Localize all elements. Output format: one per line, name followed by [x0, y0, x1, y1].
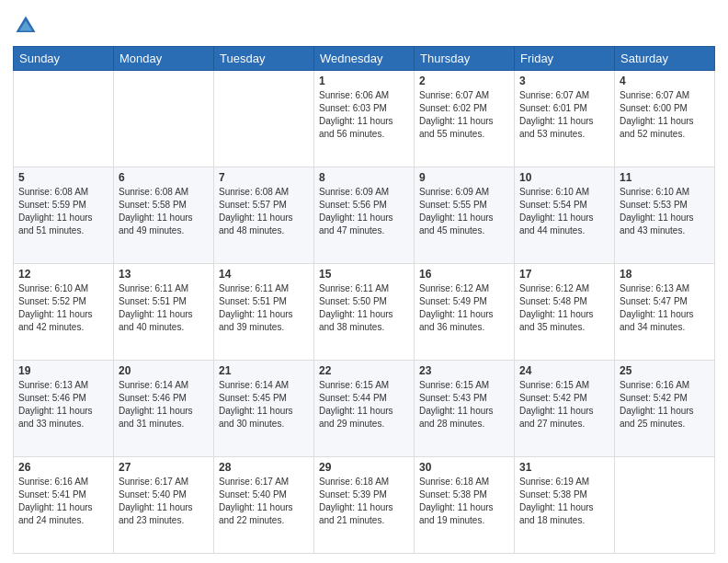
day-cell: 28Sunrise: 6:17 AM Sunset: 5:40 PM Dayli… [214, 457, 314, 554]
logo [13, 13, 42, 39]
day-info: Sunrise: 6:08 AM Sunset: 5:58 PM Dayligh… [119, 186, 209, 237]
calendar-table: SundayMondayTuesdayWednesdayThursdayFrid… [13, 46, 715, 554]
day-info: Sunrise: 6:15 AM Sunset: 5:43 PM Dayligh… [419, 379, 509, 431]
week-row-5: 26Sunrise: 6:16 AM Sunset: 5:41 PM Dayli… [14, 457, 715, 554]
day-number: 5 [18, 171, 108, 184]
day-info: Sunrise: 6:17 AM Sunset: 5:40 PM Dayligh… [219, 476, 309, 527]
day-info: Sunrise: 6:16 AM Sunset: 5:41 PM Dayligh… [18, 476, 108, 527]
day-info: Sunrise: 6:17 AM Sunset: 5:40 PM Dayligh… [119, 476, 209, 527]
week-row-3: 12Sunrise: 6:10 AM Sunset: 5:52 PM Dayli… [14, 264, 715, 361]
day-info: Sunrise: 6:18 AM Sunset: 5:38 PM Dayligh… [419, 476, 509, 527]
day-number: 13 [119, 268, 209, 281]
day-number: 6 [119, 171, 209, 184]
day-info: Sunrise: 6:16 AM Sunset: 5:42 PM Dayligh… [620, 379, 710, 431]
day-cell [615, 457, 715, 554]
weekday-header-row: SundayMondayTuesdayWednesdayThursdayFrid… [14, 47, 715, 71]
day-info: Sunrise: 6:06 AM Sunset: 6:03 PM Dayligh… [319, 89, 409, 141]
day-number: 2 [419, 75, 509, 87]
page: SundayMondayTuesdayWednesdayThursdayFrid… [0, 0, 728, 563]
day-cell: 9Sunrise: 6:09 AM Sunset: 5:55 PM Daylig… [415, 167, 515, 264]
week-row-1: 1Sunrise: 6:06 AM Sunset: 6:03 PM Daylig… [14, 71, 715, 167]
day-number: 21 [219, 364, 309, 377]
day-number: 11 [620, 171, 710, 184]
day-info: Sunrise: 6:11 AM Sunset: 5:50 PM Dayligh… [319, 282, 409, 334]
day-cell [214, 71, 314, 167]
day-cell: 17Sunrise: 6:12 AM Sunset: 5:48 PM Dayli… [515, 264, 615, 361]
day-number: 8 [319, 171, 409, 184]
day-cell: 20Sunrise: 6:14 AM Sunset: 5:46 PM Dayli… [114, 361, 214, 457]
logo-icon [13, 13, 39, 39]
day-cell: 27Sunrise: 6:17 AM Sunset: 5:40 PM Dayli… [114, 457, 214, 554]
week-row-2: 5Sunrise: 6:08 AM Sunset: 5:59 PM Daylig… [14, 167, 715, 264]
day-cell: 3Sunrise: 6:07 AM Sunset: 6:01 PM Daylig… [515, 71, 615, 167]
weekday-header-wednesday: Wednesday [314, 47, 415, 71]
day-cell: 8Sunrise: 6:09 AM Sunset: 5:56 PM Daylig… [314, 167, 415, 264]
day-number: 10 [519, 171, 609, 184]
day-cell: 24Sunrise: 6:15 AM Sunset: 5:42 PM Dayli… [515, 361, 615, 457]
day-cell [14, 71, 114, 167]
day-info: Sunrise: 6:10 AM Sunset: 5:52 PM Dayligh… [18, 282, 108, 334]
day-number: 9 [419, 171, 509, 184]
day-cell: 15Sunrise: 6:11 AM Sunset: 5:50 PM Dayli… [314, 264, 415, 361]
day-number: 23 [419, 364, 509, 377]
day-info: Sunrise: 6:10 AM Sunset: 5:54 PM Dayligh… [519, 186, 609, 237]
header [13, 9, 715, 39]
day-info: Sunrise: 6:07 AM Sunset: 6:02 PM Dayligh… [419, 89, 509, 141]
day-cell: 12Sunrise: 6:10 AM Sunset: 5:52 PM Dayli… [14, 264, 114, 361]
day-number: 24 [519, 364, 609, 377]
day-number: 14 [219, 268, 309, 281]
day-info: Sunrise: 6:14 AM Sunset: 5:45 PM Dayligh… [219, 379, 309, 431]
weekday-header-tuesday: Tuesday [214, 47, 314, 71]
day-cell: 2Sunrise: 6:07 AM Sunset: 6:02 PM Daylig… [415, 71, 515, 167]
weekday-header-thursday: Thursday [415, 47, 515, 71]
day-info: Sunrise: 6:11 AM Sunset: 5:51 PM Dayligh… [219, 282, 309, 334]
day-number: 29 [319, 461, 409, 474]
day-cell: 5Sunrise: 6:08 AM Sunset: 5:59 PM Daylig… [14, 167, 114, 264]
weekday-header-monday: Monday [114, 47, 214, 71]
day-info: Sunrise: 6:14 AM Sunset: 5:46 PM Dayligh… [119, 379, 209, 431]
day-info: Sunrise: 6:10 AM Sunset: 5:53 PM Dayligh… [620, 186, 710, 237]
day-cell: 16Sunrise: 6:12 AM Sunset: 5:49 PM Dayli… [415, 264, 515, 361]
day-info: Sunrise: 6:09 AM Sunset: 5:55 PM Dayligh… [419, 186, 509, 237]
day-cell: 21Sunrise: 6:14 AM Sunset: 5:45 PM Dayli… [214, 361, 314, 457]
day-cell: 22Sunrise: 6:15 AM Sunset: 5:44 PM Dayli… [314, 361, 415, 457]
day-number: 15 [319, 268, 409, 281]
weekday-header-friday: Friday [515, 47, 615, 71]
day-cell: 31Sunrise: 6:19 AM Sunset: 5:38 PM Dayli… [515, 457, 615, 554]
day-info: Sunrise: 6:12 AM Sunset: 5:48 PM Dayligh… [519, 282, 609, 334]
day-info: Sunrise: 6:15 AM Sunset: 5:42 PM Dayligh… [519, 379, 609, 431]
day-cell: 13Sunrise: 6:11 AM Sunset: 5:51 PM Dayli… [114, 264, 214, 361]
day-info: Sunrise: 6:13 AM Sunset: 5:47 PM Dayligh… [620, 282, 710, 334]
day-cell: 19Sunrise: 6:13 AM Sunset: 5:46 PM Dayli… [14, 361, 114, 457]
day-number: 18 [620, 268, 710, 281]
day-info: Sunrise: 6:09 AM Sunset: 5:56 PM Dayligh… [319, 186, 409, 237]
day-info: Sunrise: 6:11 AM Sunset: 5:51 PM Dayligh… [119, 282, 209, 334]
day-cell: 4Sunrise: 6:07 AM Sunset: 6:00 PM Daylig… [615, 71, 715, 167]
day-cell: 29Sunrise: 6:18 AM Sunset: 5:39 PM Dayli… [314, 457, 415, 554]
day-number: 30 [419, 461, 509, 474]
day-number: 17 [519, 268, 609, 281]
day-number: 31 [519, 461, 609, 474]
day-cell: 26Sunrise: 6:16 AM Sunset: 5:41 PM Dayli… [14, 457, 114, 554]
day-info: Sunrise: 6:07 AM Sunset: 6:01 PM Dayligh… [519, 89, 609, 141]
weekday-header-sunday: Sunday [14, 47, 114, 71]
day-number: 28 [219, 461, 309, 474]
day-number: 27 [119, 461, 209, 474]
day-number: 19 [18, 364, 108, 377]
day-number: 4 [620, 75, 710, 87]
day-cell: 7Sunrise: 6:08 AM Sunset: 5:57 PM Daylig… [214, 167, 314, 264]
day-info: Sunrise: 6:19 AM Sunset: 5:38 PM Dayligh… [519, 476, 609, 527]
day-info: Sunrise: 6:15 AM Sunset: 5:44 PM Dayligh… [319, 379, 409, 431]
day-cell: 18Sunrise: 6:13 AM Sunset: 5:47 PM Dayli… [615, 264, 715, 361]
day-info: Sunrise: 6:08 AM Sunset: 5:57 PM Dayligh… [219, 186, 309, 237]
day-cell [114, 71, 214, 167]
day-number: 7 [219, 171, 309, 184]
day-info: Sunrise: 6:08 AM Sunset: 5:59 PM Dayligh… [18, 186, 108, 237]
day-cell: 6Sunrise: 6:08 AM Sunset: 5:58 PM Daylig… [114, 167, 214, 264]
day-cell: 10Sunrise: 6:10 AM Sunset: 5:54 PM Dayli… [515, 167, 615, 264]
day-number: 22 [319, 364, 409, 377]
day-number: 3 [519, 75, 609, 87]
day-cell: 25Sunrise: 6:16 AM Sunset: 5:42 PM Dayli… [615, 361, 715, 457]
day-number: 1 [319, 75, 409, 87]
day-info: Sunrise: 6:07 AM Sunset: 6:00 PM Dayligh… [620, 89, 710, 141]
